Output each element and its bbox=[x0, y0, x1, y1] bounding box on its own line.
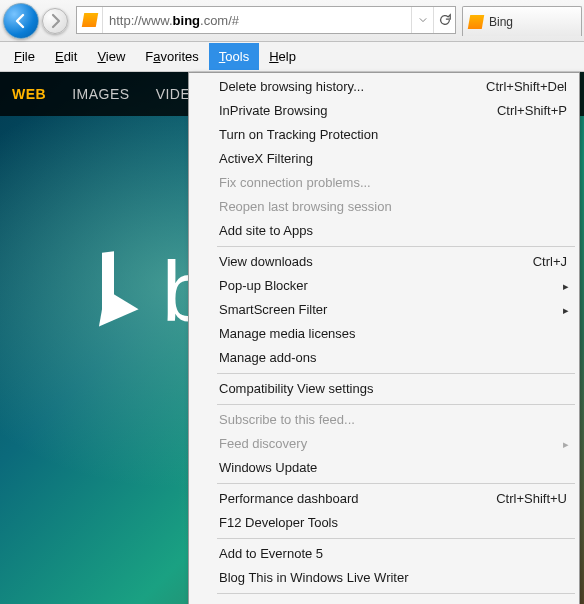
bing-tab-images[interactable]: IMAGES bbox=[72, 86, 129, 102]
bing-tab-videos[interactable]: VIDE bbox=[156, 86, 191, 102]
menu-favorites[interactable]: Favorites bbox=[135, 43, 208, 70]
menu-item-shortcut: Ctrl+J bbox=[533, 254, 567, 270]
menu-item-label: Windows Update bbox=[219, 460, 317, 476]
menu-item-label: Turn on Tracking Protection bbox=[219, 127, 378, 143]
menu-item-feed-discovery: Feed discovery bbox=[191, 432, 577, 456]
menu-item-label: Manage add-ons bbox=[219, 350, 317, 366]
tools-menu: Delete browsing history...Ctrl+Shift+Del… bbox=[188, 72, 580, 604]
arrow-left-icon bbox=[13, 13, 29, 29]
menu-help[interactable]: Help bbox=[259, 43, 306, 70]
menu-item-pop-up-blocker[interactable]: Pop-up Blocker bbox=[191, 274, 577, 298]
bing-logo-icon bbox=[96, 252, 148, 332]
menu-item-label: Fix connection problems... bbox=[219, 175, 371, 191]
menu-item-label: ActiveX Filtering bbox=[219, 151, 313, 167]
url-text[interactable]: http://www.bing.com/# bbox=[103, 13, 411, 28]
menu-item-inprivate-browsing[interactable]: InPrivate BrowsingCtrl+Shift+P bbox=[191, 99, 577, 123]
arrow-right-icon bbox=[47, 13, 63, 29]
menu-separator bbox=[217, 246, 575, 247]
fav-post: vorites bbox=[161, 49, 199, 64]
menu-item-performance-dashboard[interactable]: Performance dashboardCtrl+Shift+U bbox=[191, 487, 577, 511]
menu-item-fix-connection-problems: Fix connection problems... bbox=[191, 171, 577, 195]
menu-separator bbox=[217, 483, 575, 484]
menu-item-shortcut: Ctrl+Shift+Del bbox=[486, 79, 567, 95]
menu-item-add-to-evernote-5[interactable]: Add to Evernote 5 bbox=[191, 542, 577, 566]
menu-item-report-website-problems[interactable]: Report website problems bbox=[191, 597, 577, 604]
menu-item-subscribe-to-this-feed: Subscribe to this feed... bbox=[191, 408, 577, 432]
browser-toolbar: http://www.bing.com/# Bing bbox=[0, 0, 584, 42]
chevron-down-icon bbox=[419, 16, 427, 24]
menu-separator bbox=[217, 593, 575, 594]
url-suffix: .com/# bbox=[200, 13, 239, 28]
menu-item-shortcut: Ctrl+Shift+U bbox=[496, 491, 567, 507]
refresh-button[interactable] bbox=[433, 7, 455, 33]
address-bar[interactable]: http://www.bing.com/# bbox=[76, 6, 456, 34]
bing-tab-web[interactable]: WEB bbox=[12, 86, 46, 102]
menu-item-label: Pop-up Blocker bbox=[219, 278, 308, 294]
menu-item-compatibility-view-settings[interactable]: Compatibility View settings bbox=[191, 377, 577, 401]
menu-item-delete-browsing-history[interactable]: Delete browsing history...Ctrl+Shift+Del bbox=[191, 75, 577, 99]
menubar: File Edit View Favorites Tools Help bbox=[0, 42, 584, 72]
url-dropdown-button[interactable] bbox=[411, 7, 433, 33]
menu-item-reopen-last-browsing-session: Reopen last browsing session bbox=[191, 195, 577, 219]
menu-item-view-downloads[interactable]: View downloadsCtrl+J bbox=[191, 250, 577, 274]
menu-item-manage-add-ons[interactable]: Manage add-ons bbox=[191, 346, 577, 370]
menu-item-label: InPrivate Browsing bbox=[219, 103, 327, 119]
menu-item-label: Subscribe to this feed... bbox=[219, 412, 355, 428]
forward-button[interactable] bbox=[42, 8, 68, 34]
menu-item-f12-developer-tools[interactable]: F12 Developer Tools bbox=[191, 511, 577, 535]
url-prefix: http://www. bbox=[109, 13, 173, 28]
bing-icon bbox=[468, 15, 484, 29]
menu-separator bbox=[217, 404, 575, 405]
back-button[interactable] bbox=[3, 3, 39, 39]
site-favicon bbox=[77, 7, 103, 33]
menu-item-label: SmartScreen Filter bbox=[219, 302, 327, 318]
menu-item-manage-media-licenses[interactable]: Manage media licenses bbox=[191, 322, 577, 346]
url-domain: bing bbox=[173, 13, 200, 28]
menu-item-windows-update[interactable]: Windows Update bbox=[191, 456, 577, 480]
menu-item-label: Compatibility View settings bbox=[219, 381, 373, 397]
menu-item-label: Feed discovery bbox=[219, 436, 307, 452]
bing-icon bbox=[81, 13, 97, 27]
menu-edit[interactable]: Edit bbox=[45, 43, 87, 70]
menu-file[interactable]: File bbox=[4, 43, 45, 70]
menu-item-label: Add site to Apps bbox=[219, 223, 313, 239]
menu-item-label: Performance dashboard bbox=[219, 491, 358, 507]
tab-title: Bing bbox=[489, 15, 513, 29]
menu-item-blog-this-in-windows-live-writer[interactable]: Blog This in Windows Live Writer bbox=[191, 566, 577, 590]
browser-tab[interactable]: Bing bbox=[462, 6, 582, 36]
menu-view[interactable]: View bbox=[87, 43, 135, 70]
menu-item-activex-filtering[interactable]: ActiveX Filtering bbox=[191, 147, 577, 171]
menu-separator bbox=[217, 538, 575, 539]
menu-item-label: F12 Developer Tools bbox=[219, 515, 338, 531]
menu-separator bbox=[217, 373, 575, 374]
menu-item-label: Add to Evernote 5 bbox=[219, 546, 323, 562]
menu-item-label: View downloads bbox=[219, 254, 313, 270]
menu-item-label: Manage media licenses bbox=[219, 326, 356, 342]
menu-item-label: Reopen last browsing session bbox=[219, 199, 392, 215]
menu-item-turn-on-tracking-protection[interactable]: Turn on Tracking Protection bbox=[191, 123, 577, 147]
menu-item-shortcut: Ctrl+Shift+P bbox=[497, 103, 567, 119]
menu-item-smartscreen-filter[interactable]: SmartScreen Filter bbox=[191, 298, 577, 322]
menu-item-add-site-to-apps[interactable]: Add site to Apps bbox=[191, 219, 577, 243]
refresh-icon bbox=[438, 13, 452, 27]
fav-underline: a bbox=[153, 49, 160, 64]
menu-item-label: Blog This in Windows Live Writer bbox=[219, 570, 409, 586]
menu-tools[interactable]: Tools bbox=[209, 43, 259, 70]
menu-item-label: Delete browsing history... bbox=[219, 79, 364, 95]
